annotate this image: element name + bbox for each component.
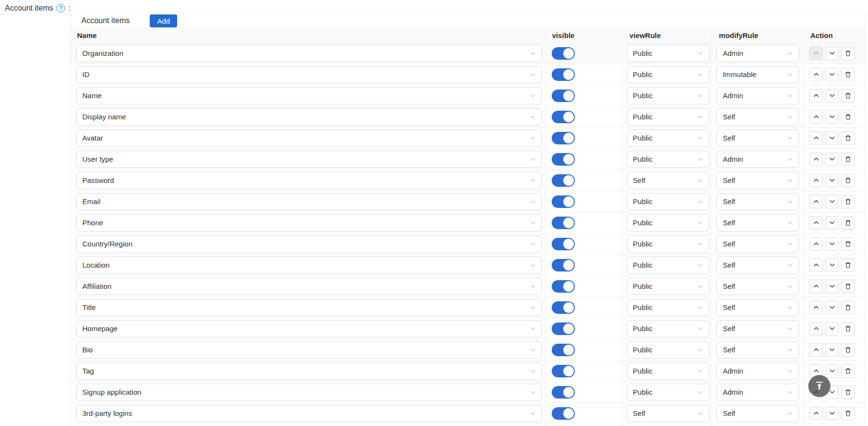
modify-rule-select[interactable]: Self <box>716 257 799 274</box>
view-rule-select[interactable]: Public <box>627 108 710 126</box>
name-select[interactable]: Affiliation <box>76 278 542 295</box>
move-up-button[interactable] <box>809 153 823 166</box>
modify-rule-select[interactable]: Self <box>716 235 799 253</box>
modify-rule-select[interactable]: Immutable <box>716 66 799 83</box>
move-down-button[interactable] <box>825 407 839 420</box>
modify-rule-select[interactable]: Self <box>716 129 799 147</box>
view-rule-select[interactable]: Public <box>627 151 710 168</box>
view-rule-select[interactable]: Public <box>627 87 710 104</box>
delete-button[interactable] <box>841 407 855 420</box>
visible-toggle[interactable] <box>552 195 575 208</box>
modify-rule-select[interactable]: Self <box>716 108 799 126</box>
visible-toggle[interactable] <box>552 365 575 377</box>
name-select[interactable]: Title <box>76 299 542 316</box>
visible-toggle[interactable] <box>552 111 575 123</box>
move-up-button[interactable] <box>809 216 823 230</box>
view-rule-select[interactable]: Public <box>627 214 710 232</box>
modify-rule-select[interactable]: Self <box>716 193 799 210</box>
visible-toggle[interactable] <box>552 323 575 335</box>
move-up-button[interactable] <box>809 280 823 293</box>
move-down-button[interactable] <box>825 216 839 230</box>
visible-toggle[interactable] <box>552 344 575 356</box>
name-select[interactable]: Avatar <box>76 129 542 147</box>
visible-toggle[interactable] <box>552 153 575 166</box>
visible-toggle[interactable] <box>552 259 575 271</box>
move-up-button[interactable] <box>809 407 823 420</box>
move-down-button[interactable] <box>825 322 839 336</box>
delete-button[interactable] <box>841 68 855 81</box>
move-down-button[interactable] <box>825 343 839 357</box>
move-down-button[interactable] <box>825 153 839 166</box>
name-select[interactable]: Tag <box>76 362 542 380</box>
name-select[interactable]: Location <box>76 257 542 274</box>
view-rule-select[interactable]: Self <box>627 405 710 422</box>
modify-rule-select[interactable]: Self <box>716 405 799 422</box>
move-down-button[interactable] <box>825 68 839 81</box>
view-rule-select[interactable]: Public <box>627 384 710 401</box>
move-down-button[interactable] <box>825 174 839 187</box>
modify-rule-select[interactable]: Self <box>716 320 799 337</box>
delete-button[interactable] <box>841 153 855 166</box>
view-rule-select[interactable]: Self <box>627 172 710 189</box>
visible-toggle[interactable] <box>552 90 575 102</box>
modify-rule-select[interactable]: Self <box>716 278 799 295</box>
move-down-button[interactable] <box>825 301 839 314</box>
modify-rule-select[interactable]: Self <box>716 299 799 316</box>
modify-rule-select[interactable]: Admin <box>716 45 799 62</box>
visible-toggle[interactable] <box>552 174 575 187</box>
view-rule-select[interactable]: Public <box>627 66 710 83</box>
move-down-button[interactable] <box>825 280 839 293</box>
visible-toggle[interactable] <box>552 301 575 314</box>
move-up-button[interactable] <box>809 301 823 314</box>
name-select[interactable]: Country/Region <box>76 235 542 253</box>
move-up-button[interactable] <box>809 68 823 81</box>
view-rule-select[interactable]: Public <box>627 278 710 295</box>
name-select[interactable]: User type <box>76 151 542 168</box>
modify-rule-select[interactable]: Admin <box>716 87 799 104</box>
name-select[interactable]: Password <box>76 172 542 189</box>
delete-button[interactable] <box>841 364 855 378</box>
visible-toggle[interactable] <box>552 238 575 250</box>
delete-button[interactable] <box>841 258 855 272</box>
move-down-button[interactable] <box>825 110 839 124</box>
view-rule-select[interactable]: Public <box>627 299 710 316</box>
add-button[interactable]: Add <box>150 14 177 27</box>
visible-toggle[interactable] <box>552 68 575 81</box>
move-down-button[interactable] <box>825 131 839 145</box>
name-select[interactable]: Homepage <box>76 320 542 337</box>
question-circle-icon[interactable]: ? <box>56 4 65 13</box>
delete-button[interactable] <box>841 237 855 251</box>
modify-rule-select[interactable]: Admin <box>716 384 799 401</box>
delete-button[interactable] <box>841 301 855 314</box>
move-up-button[interactable] <box>809 195 823 208</box>
name-select[interactable]: Phone <box>76 214 542 232</box>
modify-rule-select[interactable]: Self <box>716 172 799 189</box>
modify-rule-select[interactable]: Admin <box>716 151 799 168</box>
move-up-button[interactable] <box>809 110 823 124</box>
move-up-button[interactable] <box>809 131 823 145</box>
visible-toggle[interactable] <box>552 386 575 399</box>
visible-toggle[interactable] <box>552 217 575 229</box>
view-rule-select[interactable]: Public <box>627 235 710 253</box>
view-rule-select[interactable]: Public <box>627 45 710 62</box>
name-select[interactable]: Signup application <box>76 384 542 401</box>
delete-button[interactable] <box>841 280 855 293</box>
name-select[interactable]: Display name <box>76 108 542 126</box>
move-up-button[interactable] <box>809 89 823 103</box>
delete-button[interactable] <box>841 322 855 336</box>
delete-button[interactable] <box>841 386 855 399</box>
move-up-button[interactable] <box>809 237 823 251</box>
move-down-button[interactable] <box>825 237 839 251</box>
name-select[interactable]: 3rd-party logins <box>76 405 542 422</box>
name-select[interactable]: Bio <box>76 341 542 359</box>
move-down-button[interactable] <box>825 89 839 103</box>
move-down-button[interactable] <box>825 47 839 60</box>
view-rule-select[interactable]: Public <box>627 257 710 274</box>
move-down-button[interactable] <box>825 195 839 208</box>
modify-rule-select[interactable]: Self <box>716 341 799 359</box>
delete-button[interactable] <box>841 131 855 145</box>
delete-button[interactable] <box>841 89 855 103</box>
name-select[interactable]: Email <box>76 193 542 210</box>
view-rule-select[interactable]: Public <box>627 320 710 337</box>
delete-button[interactable] <box>841 174 855 187</box>
